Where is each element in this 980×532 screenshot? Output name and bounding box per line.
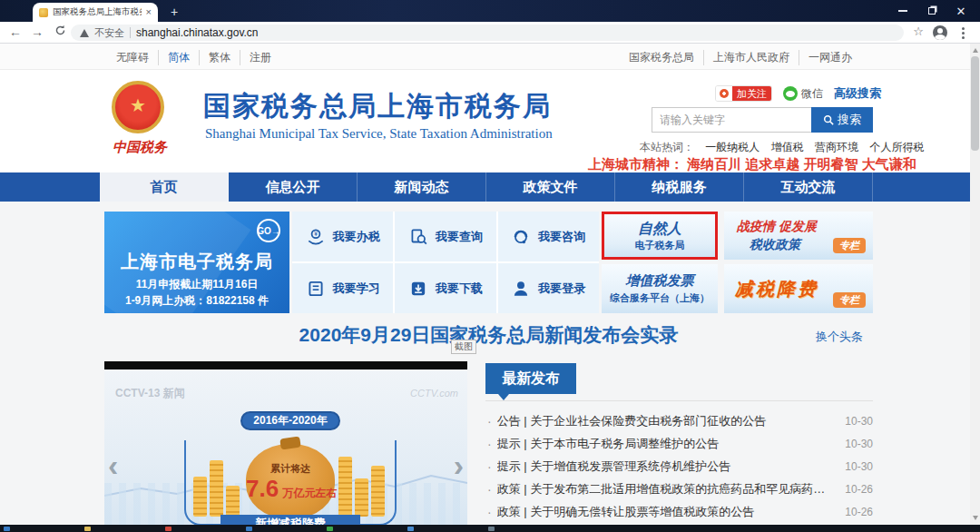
news-item[interactable]: · 提示 | 关于本市电子税务局调整维护的公告 10-30 <box>485 435 873 453</box>
window-close-button[interactable]: ✕ <box>949 4 973 18</box>
go-arrow-icon[interactable]: GO→ <box>257 219 280 242</box>
utility-bar: 无障碍 简体 繁体 注册 国家税务总局 上海市人民政府 一网通办 <box>0 44 970 70</box>
carousel-next-icon[interactable]: › <box>454 449 464 480</box>
news-item-title[interactable]: 提示 | 关于增值税发票管理系统停机维护公告 <box>497 458 837 475</box>
address-divider <box>130 27 131 38</box>
hot-words-label: 本站热词： <box>640 141 694 153</box>
traditional-chinese-link[interactable]: 繁体 <box>200 50 240 65</box>
browser-tab[interactable]: 国家税务总局上海市税务局 × <box>33 3 158 22</box>
browser-menu-icon[interactable] <box>956 25 969 40</box>
one-stop-portal-link[interactable]: 一网通办 <box>799 50 861 65</box>
address-bar[interactable]: 不安全 shanghai.chinatax.gov.cn <box>71 25 904 41</box>
bullet-icon: · <box>487 505 492 519</box>
latest-releases-panel: 最新发布 · 公告 | 关于企业社会保险费交由税务部门征收的公告 10-30 ·… <box>485 361 873 525</box>
tab-close-icon[interactable]: × <box>146 7 152 17</box>
taskbar-app-icon[interactable] <box>165 527 172 531</box>
forward-icon[interactable]: → <box>29 25 45 39</box>
tile-epidemic-policy[interactable]: 战疫情 促发展 税收政策 专栏 <box>724 212 873 260</box>
news-item[interactable]: · 政策 | 关于发布第二批适用增值税政策的抗癌药品和罕见病药品清单 10-26 <box>485 480 873 498</box>
nav-item-news[interactable]: 新闻动态 <box>358 172 486 202</box>
banner-letterbox-bar <box>104 361 467 369</box>
change-headline-link[interactable]: 换个头条 <box>816 329 863 345</box>
latest-releases-tab[interactable]: 最新发布 <box>485 363 576 394</box>
tile-line2: 电子税务局 <box>635 239 685 252</box>
service-study[interactable]: 我要学习 <box>292 263 393 313</box>
service-consult[interactable]: 我要咨询 <box>498 212 599 261</box>
back-icon[interactable]: ← <box>7 25 24 39</box>
service-download[interactable]: 我要下载 <box>395 263 495 313</box>
taskbar-folder-icon[interactable] <box>84 527 91 531</box>
state-tax-admin-link[interactable]: 国家税务总局 <box>620 50 704 65</box>
profile-avatar-icon[interactable] <box>933 25 947 40</box>
taskbar-app-icon[interactable] <box>407 527 414 531</box>
url-text[interactable]: shanghai.chinatax.gov.cn <box>136 26 259 39</box>
service-query[interactable]: 我要查询 <box>395 212 495 261</box>
hot-word-link[interactable]: 营商环境 <box>815 141 858 153</box>
weibo-icon <box>716 85 732 102</box>
taskbar-app-icon[interactable] <box>327 527 333 531</box>
advanced-search-link[interactable]: 高级搜索 <box>834 85 881 102</box>
window-restore-button[interactable] <box>920 4 944 18</box>
search-input[interactable] <box>652 107 811 133</box>
nav-item-home[interactable]: 首页 <box>100 172 229 202</box>
tile-vat-invoice-platform[interactable]: 增值税发票 综合服务平台（上海） <box>602 264 718 313</box>
news-video-banner[interactable]: CCTV-13 新闻 CCTV.com 2016年-2020年 累计将达 7.6… <box>104 361 467 525</box>
nav-item-info-disclosure[interactable]: 信息公开 <box>229 172 358 202</box>
tile-tax-cut[interactable]: 减税降费 专栏 <box>724 264 873 313</box>
etax-title: 上海市电子税务局 <box>104 250 289 274</box>
close-icon: ✕ <box>956 5 966 17</box>
query-icon <box>408 227 428 247</box>
coin-stack-icon <box>371 466 385 517</box>
accessibility-link[interactable]: 无障碍 <box>107 50 159 65</box>
taskbar-app-icon[interactable] <box>246 527 252 531</box>
news-item-title[interactable]: 提示 | 关于本市电子税务局调整维护的公告 <box>497 436 837 452</box>
nav-item-policy-docs[interactable]: 政策文件 <box>486 172 615 202</box>
carousel-prev-icon[interactable]: ‹ <box>108 449 118 480</box>
news-item-title[interactable]: 政策 | 关于明确无偿转让股票等增值税政策的公告 <box>497 504 837 520</box>
news-item[interactable]: · 提示 | 关于增值税发票管理系统停机维护公告 10-30 <box>485 458 873 476</box>
weibo-follow-button[interactable]: 加关注 <box>715 85 772 102</box>
bullet-icon: · <box>487 459 492 474</box>
scrollbar-thumb[interactable] <box>971 56 979 151</box>
hot-word-link[interactable]: 个人所得税 <box>869 141 924 153</box>
scroll-down-icon[interactable] <box>973 516 978 520</box>
headline-link[interactable]: 2020年9月29日国家税务总局新闻发布会实录 <box>104 322 873 348</box>
windows-taskbar[interactable] <box>0 525 980 532</box>
bullet-icon: · <box>487 482 492 497</box>
login-icon <box>511 279 531 299</box>
screenshot-tooltip: 截图 <box>451 340 476 354</box>
service-login[interactable]: 我要登录 <box>498 263 599 313</box>
etax-stats: 1-9月网上办税：81822158 件 <box>104 293 289 309</box>
search-button[interactable]: 搜索 <box>811 107 873 133</box>
news-divider <box>485 400 873 401</box>
weibo-follow-label: 加关注 <box>732 85 771 102</box>
simplified-chinese-link[interactable]: 简体 <box>159 50 200 65</box>
nav-item-interaction[interactable]: 互动交流 <box>744 172 873 202</box>
etax-bureau-panel[interactable]: GO→ 上海市电子税务局 11月申报截止期11月16日 1-9月网上办税：818… <box>104 212 289 313</box>
news-item-title[interactable]: 公告 | 关于企业社会保险费交由税务部门征收的公告 <box>497 413 837 429</box>
bullet-icon: · <box>487 414 492 429</box>
scroll-up-icon[interactable] <box>973 48 978 53</box>
shanghai-gov-link[interactable]: 上海市人民政府 <box>704 50 799 65</box>
social-row: 加关注 微信 高级搜索 <box>715 85 881 102</box>
browser-toolbar: ← → 不安全 shanghai.chinatax.gov.cn ☆ <box>0 22 980 44</box>
reload-icon[interactable] <box>52 25 68 39</box>
news-item-title[interactable]: 政策 | 关于发布第二批适用增值税政策的抗癌药品和罕见病药品清单 <box>497 481 837 498</box>
hot-word-link[interactable]: 增值税 <box>771 141 804 153</box>
bookmark-star-icon[interactable]: ☆ <box>913 25 924 38</box>
logo-caption: 中国税务 <box>102 139 178 156</box>
service-do-tax[interactable]: ¥ 我要办税 <box>292 212 393 261</box>
hot-word-link[interactable]: 一般纳税人 <box>705 141 760 153</box>
start-button-icon[interactable] <box>4 527 10 531</box>
register-link[interactable]: 注册 <box>240 50 280 65</box>
window-minimize-button[interactable] <box>891 4 915 18</box>
tile-natural-person-etax[interactable]: 自然人 电子税务局 <box>602 212 718 260</box>
news-item[interactable]: · 政策 | 关于明确无偿转让股票等增值税政策的公告 10-26 <box>485 503 873 521</box>
tile-line2: 税收政策 <box>750 237 800 253</box>
taskbar-app-icon[interactable] <box>488 527 495 531</box>
news-item[interactable]: · 公告 | 关于企业社会保险费交由税务部门征收的公告 10-30 <box>485 412 873 430</box>
nav-item-tax-services[interactable]: 纳税服务 <box>615 172 744 202</box>
wechat-button[interactable]: 微信 <box>783 86 823 102</box>
page-scrollbar[interactable] <box>970 44 980 525</box>
new-tab-button[interactable]: + <box>166 5 182 21</box>
